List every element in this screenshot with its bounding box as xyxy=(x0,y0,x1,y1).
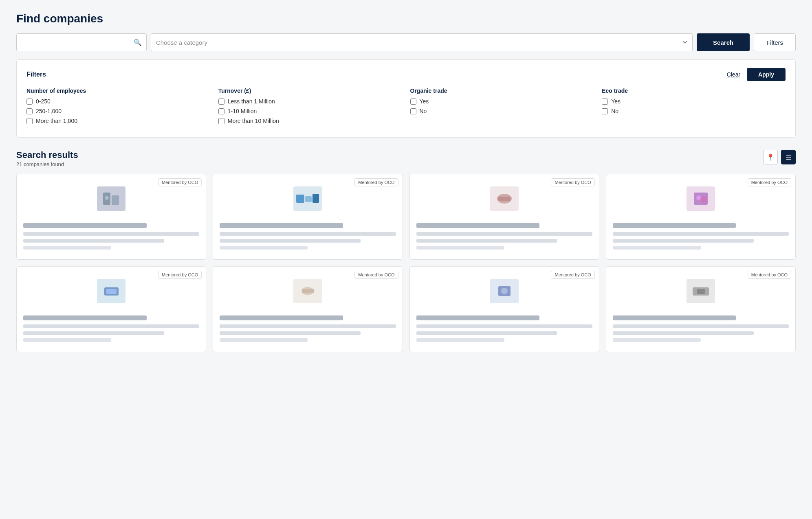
filter-option-more-10m[interactable]: More than 10 Million xyxy=(218,118,402,124)
card-badge-5: Mentored by OCO xyxy=(158,271,202,279)
filter-label-more-1000: More than 1,000 xyxy=(36,118,77,124)
list-icon: ☰ xyxy=(786,153,791,161)
filters-actions: Clear Apply xyxy=(727,68,786,81)
filter-group-turnover-label: Turnover (£) xyxy=(218,88,402,94)
svg-rect-3 xyxy=(296,195,304,203)
card-content-6 xyxy=(213,315,402,342)
company-name-1 xyxy=(23,223,147,228)
company-desc1-4 xyxy=(613,232,789,236)
results-title: Search results xyxy=(16,150,78,160)
list-view-button[interactable]: ☰ xyxy=(781,150,796,164)
company-name-8 xyxy=(613,315,736,320)
card-content-1 xyxy=(17,223,206,250)
company-desc2-7 xyxy=(416,331,557,335)
company-card-1[interactable]: Mentored by OCO xyxy=(16,174,206,260)
checkbox-more-10m[interactable] xyxy=(218,118,224,124)
search-button[interactable]: Search xyxy=(697,33,750,51)
map-icon: 📍 xyxy=(766,153,775,161)
checkbox-organic-yes[interactable] xyxy=(410,99,416,105)
filter-option-eco-yes[interactable]: Yes xyxy=(602,98,786,105)
filter-option-0-250[interactable]: 0-250 xyxy=(26,98,210,105)
filter-label-more-10m: More than 10 Million xyxy=(228,118,279,124)
company-tag-1 xyxy=(23,246,111,250)
checkbox-more-1000[interactable] xyxy=(26,118,33,124)
svg-rect-5 xyxy=(312,194,319,203)
company-card-3[interactable]: Mentored by OCO xyxy=(409,174,599,260)
company-desc2-1 xyxy=(23,239,164,243)
company-card-8[interactable]: Mentored by OCO xyxy=(606,266,796,352)
filter-label-less-1m: Less than 1 Million xyxy=(228,98,275,105)
map-view-button[interactable]: 📍 xyxy=(763,150,778,164)
results-view-controls: 📍 ☰ xyxy=(763,150,796,164)
card-content-2 xyxy=(213,223,402,250)
company-desc2-8 xyxy=(613,331,754,335)
filter-group-employees-label: Number of employees xyxy=(26,88,210,94)
checkbox-1-10m[interactable] xyxy=(218,108,224,114)
company-desc1-5 xyxy=(23,324,199,328)
filter-option-organic-yes[interactable]: Yes xyxy=(410,98,594,105)
results-section: Search results 21 companies found 📍 ☰ Me… xyxy=(16,150,796,352)
company-tag-2 xyxy=(220,246,308,250)
company-card-4[interactable]: Mentored by OCO xyxy=(606,174,796,260)
checkbox-0-250[interactable] xyxy=(26,99,33,105)
company-desc2-2 xyxy=(220,239,361,243)
company-tag-3 xyxy=(416,246,504,250)
page-title: Find companies xyxy=(16,12,796,25)
svg-rect-4 xyxy=(305,196,312,202)
company-logo-3 xyxy=(490,186,519,211)
company-desc2-3 xyxy=(416,239,557,243)
card-badge-2: Mentored by OCO xyxy=(354,178,398,186)
company-tag-4 xyxy=(613,246,701,250)
checkbox-less-1m[interactable] xyxy=(218,99,224,105)
company-tag-5 xyxy=(23,338,111,342)
apply-button[interactable]: Apply xyxy=(747,68,786,81)
card-badge-3: Mentored by OCO xyxy=(551,178,594,186)
filters-button[interactable]: Filters xyxy=(754,33,796,51)
company-name-4 xyxy=(613,223,736,228)
company-desc1-2 xyxy=(220,232,396,236)
filter-group-eco-label: Eco trade xyxy=(602,88,786,94)
company-card-2[interactable]: Mentored by OCO xyxy=(213,174,403,260)
company-name-5 xyxy=(23,315,147,320)
checkbox-eco-yes[interactable] xyxy=(602,99,608,105)
filters-title: Filters xyxy=(26,71,46,78)
svg-rect-12 xyxy=(106,289,117,294)
company-desc2-4 xyxy=(613,239,754,243)
company-card-6[interactable]: Mentored by OCO xyxy=(213,266,403,352)
company-logo-6 xyxy=(293,279,322,303)
company-logo-7 xyxy=(490,279,519,303)
company-desc1-1 xyxy=(23,232,199,236)
card-content-3 xyxy=(410,223,599,250)
company-desc1-8 xyxy=(613,324,789,328)
filter-option-less-1m[interactable]: Less than 1 Million xyxy=(218,98,402,105)
company-logo-2 xyxy=(293,186,322,211)
category-select[interactable]: Choose a category Technology Manufacturi… xyxy=(151,33,693,51)
filter-group-eco: Eco trade Yes No xyxy=(602,88,786,127)
company-logo-4 xyxy=(687,186,715,211)
company-card-7[interactable]: Mentored by OCO xyxy=(409,266,599,352)
checkbox-eco-no[interactable] xyxy=(602,108,608,114)
company-tag-6 xyxy=(220,338,308,342)
results-count: 21 companies found xyxy=(16,161,78,167)
company-card-5[interactable]: Mentored by OCO xyxy=(16,266,206,352)
svg-point-10 xyxy=(700,196,707,203)
filter-option-more-1000[interactable]: More than 1,000 xyxy=(26,118,210,124)
card-badge-6: Mentored by OCO xyxy=(354,271,398,279)
filter-option-250-1000[interactable]: 250-1,000 xyxy=(26,108,210,114)
filter-label-eco-no: No xyxy=(611,108,618,114)
company-name-3 xyxy=(416,223,540,228)
card-content-5 xyxy=(17,315,206,342)
checkbox-250-1000[interactable] xyxy=(26,108,33,114)
results-header: Search results 21 companies found 📍 ☰ xyxy=(16,150,796,167)
filter-option-organic-no[interactable]: No xyxy=(410,108,594,114)
search-icon: 🔍 xyxy=(134,39,142,46)
filter-option-eco-no[interactable]: No xyxy=(602,108,786,114)
card-content-4 xyxy=(606,223,795,250)
company-name-2 xyxy=(220,223,343,228)
clear-button[interactable]: Clear xyxy=(727,71,740,78)
filter-option-1-10m[interactable]: 1-10 Million xyxy=(218,108,402,114)
filter-label-organic-yes: Yes xyxy=(420,98,429,105)
search-input[interactable] xyxy=(16,33,147,51)
checkbox-organic-no[interactable] xyxy=(410,108,416,114)
search-bar: 🔍 Choose a category Technology Manufactu… xyxy=(16,33,796,51)
